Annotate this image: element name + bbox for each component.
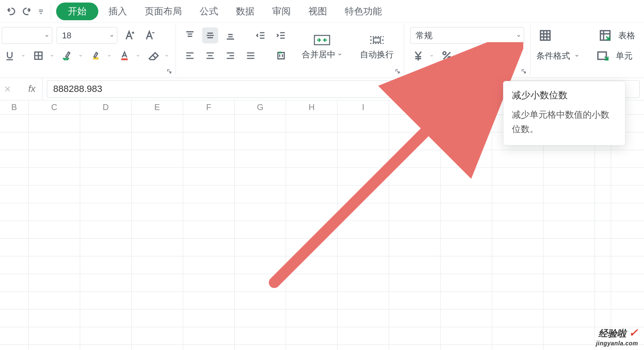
cell[interactable]: [544, 186, 595, 203]
cell[interactable]: [492, 274, 544, 291]
font-group-launcher[interactable]: [166, 68, 173, 75]
cell[interactable]: [29, 221, 80, 238]
cell[interactable]: [492, 168, 544, 185]
cell[interactable]: [441, 115, 492, 132]
cell[interactable]: [80, 327, 132, 345]
cell[interactable]: [492, 221, 544, 238]
cell[interactable]: [0, 310, 29, 327]
cell[interactable]: [132, 274, 183, 291]
cell[interactable]: [286, 132, 338, 150]
align-bottom-icon[interactable]: [222, 27, 238, 43]
col-header[interactable]: G: [235, 100, 286, 114]
col-header[interactable]: I: [338, 100, 389, 114]
alignment-group-launcher[interactable]: [395, 68, 401, 75]
cell[interactable]: [544, 292, 595, 309]
cell[interactable]: [286, 345, 338, 350]
cell[interactable]: [0, 115, 29, 132]
cell[interactable]: [80, 150, 132, 167]
borders-dropdown[interactable]: [49, 48, 55, 64]
spreadsheet-grid[interactable]: [0, 115, 644, 350]
cell[interactable]: [132, 203, 183, 221]
cell[interactable]: [595, 221, 611, 238]
cell[interactable]: [29, 132, 80, 150]
text-orientation-icon[interactable]: [273, 48, 289, 64]
cell[interactable]: [235, 115, 286, 132]
cell[interactable]: [595, 203, 611, 221]
cell[interactable]: [492, 186, 544, 203]
cell[interactable]: [0, 168, 29, 185]
cell[interactable]: [595, 274, 611, 291]
font-size-combo[interactable]: 18: [57, 27, 117, 44]
cell[interactable]: [492, 203, 544, 221]
cell[interactable]: [544, 203, 595, 221]
cell[interactable]: [0, 345, 29, 350]
align-left-icon[interactable]: [182, 48, 198, 64]
cell[interactable]: [29, 345, 80, 350]
cell[interactable]: [389, 115, 441, 132]
align-justify-icon[interactable]: [243, 48, 259, 64]
tab-view[interactable]: 视图: [301, 5, 335, 18]
cell[interactable]: [492, 345, 544, 350]
cell[interactable]: [286, 274, 338, 291]
cell[interactable]: [80, 274, 132, 291]
col-header[interactable]: B: [0, 100, 29, 114]
underline-icon[interactable]: [2, 48, 18, 64]
cell[interactable]: [80, 221, 132, 238]
cell[interactable]: [389, 221, 441, 238]
conditional-format-label[interactable]: 条件格式: [536, 50, 570, 62]
cell[interactable]: [441, 345, 492, 350]
percent-icon[interactable]: [439, 48, 455, 64]
cell[interactable]: [338, 292, 389, 309]
cell[interactable]: [132, 168, 183, 185]
cell[interactable]: [544, 221, 595, 238]
cell[interactable]: [441, 221, 492, 238]
cell[interactable]: [235, 256, 286, 274]
decrease-font-icon[interactable]: [142, 27, 158, 43]
tab-special[interactable]: 特色功能: [337, 5, 390, 18]
tab-formula[interactable]: 公式: [192, 5, 226, 18]
align-middle-icon[interactable]: [202, 27, 218, 43]
cell[interactable]: [0, 274, 29, 291]
number-group-launcher[interactable]: [521, 68, 528, 75]
cell[interactable]: [286, 239, 338, 256]
cell[interactable]: [183, 274, 235, 291]
cell[interactable]: [595, 168, 611, 185]
cell[interactable]: [338, 132, 389, 150]
highlight-dropdown[interactable]: [106, 48, 112, 64]
borders-icon[interactable]: [30, 48, 46, 64]
currency-dropdown[interactable]: [429, 48, 435, 64]
cell[interactable]: [595, 292, 611, 309]
highlight-icon[interactable]: [88, 48, 104, 64]
cell[interactable]: [132, 310, 183, 327]
cell[interactable]: [29, 203, 80, 221]
font-color-icon[interactable]: [116, 48, 133, 64]
cell-style-icon[interactable]: [594, 48, 612, 64]
cell[interactable]: [544, 150, 595, 167]
increase-font-icon[interactable]: [122, 27, 138, 43]
align-right-icon[interactable]: [222, 48, 238, 64]
cell[interactable]: [132, 239, 183, 256]
undo-icon[interactable]: [4, 5, 18, 18]
cell[interactable]: [183, 310, 235, 327]
cell[interactable]: [183, 327, 235, 345]
cell[interactable]: [132, 292, 183, 309]
cell[interactable]: [29, 274, 80, 291]
cell[interactable]: [183, 221, 235, 238]
cell[interactable]: [286, 310, 338, 327]
cell[interactable]: [338, 310, 389, 327]
cell[interactable]: [183, 186, 235, 203]
cell[interactable]: [0, 186, 29, 203]
cell[interactable]: [183, 256, 235, 274]
cell[interactable]: [389, 150, 441, 167]
cell[interactable]: [389, 310, 441, 327]
eraser-icon[interactable]: [145, 48, 161, 64]
cell[interactable]: [183, 345, 235, 350]
cell[interactable]: [338, 186, 389, 203]
cell[interactable]: [183, 239, 235, 256]
cell[interactable]: [389, 186, 441, 203]
cell[interactable]: [80, 310, 132, 327]
cell[interactable]: [235, 186, 286, 203]
cell[interactable]: [441, 203, 492, 221]
cell[interactable]: [0, 256, 29, 274]
cell[interactable]: [80, 203, 132, 221]
